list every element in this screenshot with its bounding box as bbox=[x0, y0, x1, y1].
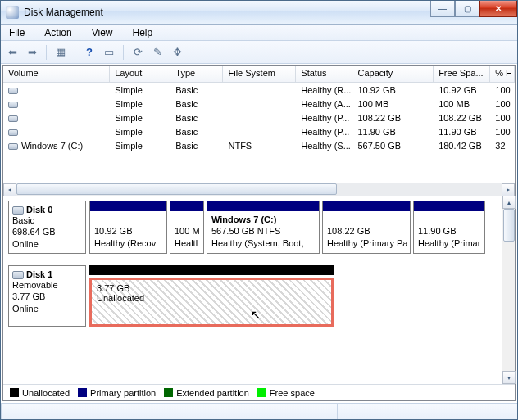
volume-icon bbox=[8, 129, 18, 136]
col-status[interactable]: Status bbox=[296, 66, 352, 82]
content-area: Volume Layout Type File System Status Ca… bbox=[2, 65, 516, 401]
legend: UnallocatedPrimary partitionExtended par… bbox=[3, 384, 515, 400]
partition-band bbox=[207, 201, 319, 211]
legend-item: Free space bbox=[257, 388, 315, 398]
col-type[interactable]: Type bbox=[170, 66, 223, 82]
volume-row[interactable]: SimpleBasicHealthy (A...100 MB100 MB100 bbox=[3, 97, 515, 111]
legend-label: Unallocated bbox=[22, 388, 70, 398]
volume-row[interactable]: Windows 7 (C:)SimpleBasicNTFSHealthy (S.… bbox=[3, 138, 515, 152]
scroll-down-icon[interactable]: ▾ bbox=[502, 371, 516, 384]
disk-1-type: Removable bbox=[12, 279, 82, 291]
window-title: Disk Management bbox=[24, 7, 430, 18]
disk-1-size: 3.77 GB bbox=[12, 291, 82, 302]
partition[interactable]: 11.90 GBHealthy (Primar bbox=[413, 201, 485, 254]
refresh-icon[interactable]: ⟳ bbox=[130, 45, 145, 60]
disk-1-row[interactable]: Disk 1 Removable 3.77 GB Online 3.77 GB … bbox=[8, 265, 497, 327]
col-filesystem[interactable]: File System bbox=[223, 66, 296, 82]
col-pctfree[interactable]: % F bbox=[490, 66, 515, 82]
legend-swatch bbox=[257, 388, 266, 397]
legend-item: Primary partition bbox=[78, 388, 156, 398]
disk-0-size: 698.64 GB bbox=[12, 226, 82, 237]
volume-list-header: Volume Layout Type File System Status Ca… bbox=[3, 66, 515, 83]
panel-icon[interactable]: ▦ bbox=[53, 45, 68, 60]
volume-icon bbox=[8, 102, 18, 108]
statusbar bbox=[1, 403, 517, 419]
properties-icon[interactable]: ▭ bbox=[102, 45, 116, 60]
partition[interactable]: 108.22 GBHealthy (Primary Pa bbox=[322, 201, 411, 254]
legend-swatch bbox=[10, 388, 19, 397]
volume-row[interactable]: SimpleBasicHealthy (R...10.92 GB10.92 GB… bbox=[3, 83, 515, 97]
titlebar[interactable]: Disk Management — ▢ ✕ bbox=[1, 1, 517, 25]
scroll-left-icon[interactable]: ◂ bbox=[3, 183, 16, 196]
partition-band bbox=[170, 201, 203, 211]
disk-1-label: Disk 1 bbox=[26, 269, 52, 279]
partition-band bbox=[90, 201, 166, 211]
unalloc-label: Unallocated bbox=[97, 293, 326, 303]
partition-band bbox=[323, 201, 410, 211]
volume-list[interactable]: SimpleBasicHealthy (R...10.92 GB10.92 GB… bbox=[3, 83, 515, 183]
back-button[interactable]: ⬅ bbox=[5, 45, 20, 60]
partition[interactable]: 100 MHealtl bbox=[170, 201, 204, 254]
menubar: File Action View Help bbox=[1, 25, 517, 41]
volume-row[interactable]: SimpleBasicHealthy (P...108.22 GB108.22 … bbox=[3, 111, 515, 124]
legend-swatch bbox=[78, 388, 87, 397]
col-capacity[interactable]: Capacity bbox=[352, 66, 434, 82]
settings-icon[interactable]: ✥ bbox=[170, 45, 184, 60]
legend-label: Primary partition bbox=[90, 388, 156, 398]
forward-button[interactable]: ➡ bbox=[25, 45, 39, 60]
disk-1-info: Disk 1 Removable 3.77 GB Online bbox=[8, 265, 86, 327]
scroll-right-icon[interactable]: ▸ bbox=[502, 183, 515, 196]
toolbar: ⬅ ➡ ▦ ? ▭ ⟳ ✎ ✥ bbox=[1, 41, 517, 64]
menu-action[interactable]: Action bbox=[39, 25, 76, 40]
legend-item: Extended partition bbox=[164, 388, 249, 398]
disk-management-window: Disk Management — ▢ ✕ File Action View H… bbox=[0, 0, 518, 420]
disk-1-unallocated[interactable]: 3.77 GB Unallocated ↖ bbox=[89, 278, 334, 327]
col-layout[interactable]: Layout bbox=[110, 66, 170, 82]
cursor-icon: ↖ bbox=[251, 308, 261, 321]
rescan-icon[interactable]: ✎ bbox=[150, 45, 165, 60]
volume-icon bbox=[8, 115, 18, 122]
menu-view[interactable]: View bbox=[87, 25, 118, 40]
partition-band bbox=[414, 201, 484, 211]
col-volume[interactable]: Volume bbox=[3, 66, 110, 82]
disk-1-unalloc-band bbox=[89, 265, 334, 275]
volume-icon bbox=[8, 88, 18, 94]
disk-graphical-area: Disk 0 Basic 698.64 GB Online 10.92 GBHe… bbox=[3, 196, 515, 384]
disk-icon bbox=[12, 206, 24, 215]
volume-row[interactable]: SimpleBasicHealthy (P...11.90 GB11.90 GB… bbox=[3, 124, 515, 138]
close-button[interactable]: ✕ bbox=[479, 1, 517, 17]
horizontal-scrollbar[interactable]: ◂ ▸ bbox=[3, 183, 515, 196]
partition[interactable]: 10.92 GBHealthy (Recov bbox=[89, 201, 167, 254]
disk-0-state: Online bbox=[12, 238, 82, 250]
vscroll-thumb[interactable] bbox=[503, 209, 515, 242]
scroll-up-icon[interactable]: ▴ bbox=[502, 196, 516, 209]
disk-0-row[interactable]: Disk 0 Basic 698.64 GB Online 10.92 GBHe… bbox=[8, 201, 497, 254]
help-button[interactable]: ? bbox=[82, 45, 97, 60]
volume-icon bbox=[8, 143, 18, 150]
app-icon bbox=[6, 6, 19, 19]
disk-0-info: Disk 0 Basic 698.64 GB Online bbox=[8, 201, 86, 254]
legend-label: Free space bbox=[270, 388, 315, 398]
maximize-button[interactable]: ▢ bbox=[455, 1, 479, 17]
disk-0-partitions: 10.92 GBHealthy (Recov100 MHealtlWindows… bbox=[89, 201, 497, 254]
disk-0-label: Disk 0 bbox=[26, 205, 52, 215]
scroll-track[interactable] bbox=[16, 183, 502, 196]
disk-1-partitions: 3.77 GB Unallocated ↖ bbox=[89, 265, 497, 327]
legend-label: Extended partition bbox=[176, 388, 249, 398]
vertical-scrollbar[interactable]: ▴ ▾ bbox=[502, 196, 515, 384]
disk-1-state: Online bbox=[12, 303, 82, 314]
disk-0-type: Basic bbox=[12, 215, 82, 226]
partition[interactable]: Windows 7 (C:)567.50 GB NTFSHealthy (Sys… bbox=[207, 201, 320, 254]
menu-file[interactable]: File bbox=[4, 25, 30, 40]
minimize-button[interactable]: — bbox=[430, 1, 455, 17]
legend-item: Unallocated bbox=[10, 388, 70, 398]
menu-help[interactable]: Help bbox=[128, 25, 158, 40]
unalloc-size: 3.77 GB bbox=[97, 283, 326, 293]
scroll-thumb[interactable] bbox=[16, 183, 337, 195]
disk-icon bbox=[12, 271, 24, 279]
col-freespace[interactable]: Free Spa... bbox=[434, 66, 490, 82]
legend-swatch bbox=[164, 388, 173, 397]
